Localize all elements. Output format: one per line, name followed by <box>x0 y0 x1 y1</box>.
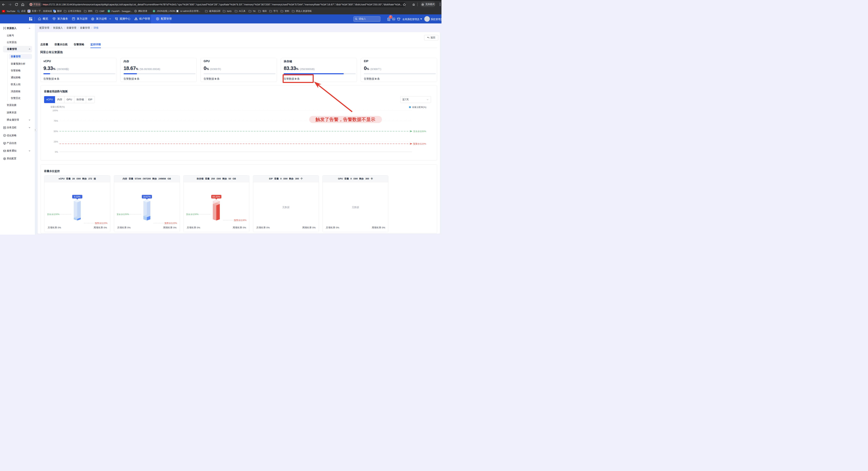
svg-text:安全水位50%: 安全水位50% <box>117 213 129 215</box>
svg-text:100%: 100% <box>53 109 58 112</box>
svg-text:安全水位50%: 安全水位50% <box>47 213 60 215</box>
svg-text:预警水位20%: 预警水位20% <box>164 222 177 224</box>
svg-text:0%: 0% <box>55 151 58 153</box>
svg-text:容量分配率(%): 容量分配率(%) <box>412 106 426 108</box>
svg-text:安全水位50%: 安全水位50% <box>413 130 426 133</box>
svg-text:25%: 25% <box>54 140 58 143</box>
svg-text:安全水位50%: 安全水位50% <box>186 213 198 215</box>
svg-text:预警水位20%: 预警水位20% <box>413 143 426 145</box>
svg-text:容量分配率(%): 容量分配率(%) <box>51 106 65 108</box>
svg-text:83.33%: 83.33% <box>213 195 220 198</box>
svg-text:预警水位20%: 预警水位20% <box>95 222 107 224</box>
svg-text:75%: 75% <box>54 120 58 122</box>
svg-text:9.33%: 9.33% <box>74 195 81 198</box>
svg-text:预警水位30%: 预警水位30% <box>234 219 247 221</box>
svg-text:du: du <box>28 11 30 12</box>
svg-text:50%: 50% <box>54 130 58 133</box>
svg-text:18.67%: 18.67% <box>143 195 151 198</box>
svg-text:G: G <box>54 10 55 12</box>
